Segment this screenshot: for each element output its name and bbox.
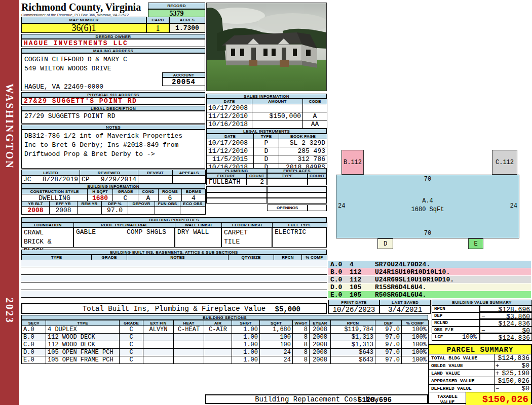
sketch-section-e: E xyxy=(468,238,483,249)
dep-col-header: DEP xyxy=(375,320,402,326)
built-ins-total-value: $5,000 xyxy=(275,305,300,313)
code-num: 4 xyxy=(350,261,375,268)
physical-address: 27&29 SUGGETT'S POINT RD xyxy=(21,97,205,105)
sketch-section-a: 70 24 24 A.4 1680 SqFt 70 xyxy=(336,175,519,238)
floor-line-2: TILE xyxy=(224,237,270,247)
air: C-AIR xyxy=(204,326,232,334)
sketch-code-row: C.0 112 U24R69SL10U10R10D10. xyxy=(328,276,531,284)
code-num: 105 xyxy=(350,291,375,299)
parcel-value: $150,026 xyxy=(498,377,529,385)
legal-description: 27/29 SUGGETTS POINT RD xyxy=(21,111,205,124)
building-value-summary-header: BUILDING VALUE SUMMARY xyxy=(432,300,532,305)
instr-book: 285 493 xyxy=(279,147,327,155)
floor-finish-value: CARPET TILE xyxy=(221,227,272,248)
reviewed-cell: CP9/29/2014 xyxy=(80,176,138,184)
sale-amount: $150,000 xyxy=(252,112,303,120)
building-info-header: BUILDING INFORMATION xyxy=(21,184,205,189)
whgt: 8 xyxy=(293,334,310,341)
sec: B.0 xyxy=(22,334,46,341)
listed-header: LISTED xyxy=(22,170,80,176)
comp-header: % COMP xyxy=(402,320,429,326)
fireplace-empty-row xyxy=(267,186,327,192)
sec: A.0 xyxy=(22,326,46,334)
funobs-value xyxy=(155,207,180,215)
sketch-codes: A.0 4 SR70U24L70D24. B.0 112 U24R1SU10R1… xyxy=(328,261,531,299)
whgt: 8 xyxy=(293,356,310,364)
ext xyxy=(143,334,174,341)
sketch-canvas: B.112 C.112 70 24 24 A.4 1680 SqFt 70 D … xyxy=(328,0,532,260)
comp: 100% xyxy=(402,356,429,364)
yrblt-header: YR BLT xyxy=(22,201,50,207)
print-date: 10/26/2023 xyxy=(328,305,379,314)
building-sections-header: BUILDING SECTIONS xyxy=(21,315,428,320)
type: 4 DUPLEX xyxy=(46,326,120,334)
instrument-row: 11/12/2010 D 285 493 xyxy=(207,147,327,155)
foundation-header: FOUNDATION xyxy=(22,223,74,228)
sale-code: AA xyxy=(303,120,327,129)
review-values-row: JC8/28/2019 CP9/29/2014 xyxy=(22,176,206,184)
sketch-code-row: B.0 112 U24R1SU10R10D10L10. xyxy=(328,268,531,276)
sale-date: 10/17/2008 xyxy=(207,104,252,112)
sale-date: 10/16/2018 xyxy=(207,120,252,129)
sec: E.0 xyxy=(22,356,46,364)
bi-comp-header: % COMP xyxy=(302,255,327,260)
sales-row: 11/12/2010 $150,000 A xyxy=(207,112,327,120)
comp: 100% xyxy=(402,341,429,349)
parcel-label: DEFERRED VALUE xyxy=(429,385,495,392)
parcel-value: $0 xyxy=(521,385,529,392)
depovr-value xyxy=(128,207,155,215)
whgt-header: WHGT xyxy=(293,320,310,326)
built-ins-total-row: Total Built Ins, Plumbing & Fireplace Va… xyxy=(21,303,327,314)
parcel-label: OBLDG VALUE xyxy=(429,362,495,369)
instr-type: D xyxy=(254,155,279,164)
ecoobs-header: ECO OBS xyxy=(180,201,206,207)
instr-date-header: DATE xyxy=(207,134,254,139)
heat-header: HEAT xyxy=(174,320,204,326)
sales-amount-header: AMOUNT xyxy=(252,99,303,104)
property-record-card: WASHINGTON 2023 Richmond County, Virgini… xyxy=(0,0,532,405)
code-vector: U24R1SU10R10D10L10. xyxy=(375,268,450,276)
heat xyxy=(174,356,204,364)
review-table: LISTED REVIEWED REVISIT APPEALS JC8/28/2… xyxy=(21,170,206,184)
sec: D.0 xyxy=(22,349,46,356)
sqft: 100 xyxy=(260,334,293,341)
bvs-label: DEP xyxy=(432,312,480,319)
floor-header: FLOOR FINISH xyxy=(222,223,273,228)
code-sec: C.0 xyxy=(328,276,350,284)
rooms-header: ROOMS xyxy=(159,189,182,194)
whgt: 8 xyxy=(293,341,310,349)
plumbing-empty-row xyxy=(206,186,267,192)
code-sec: E.0 xyxy=(328,291,350,299)
instr-date: 11/5/2015 xyxy=(207,155,254,164)
hsqft-header: H SQFT xyxy=(88,189,113,194)
sketch-code-row: D.0 105 R15SR6D4L6U4. xyxy=(328,284,531,291)
air xyxy=(204,334,232,341)
sale-amount xyxy=(252,120,303,129)
heat: C-HEAT xyxy=(174,326,204,334)
built-ins-row xyxy=(21,260,327,267)
plumbing-empty-row xyxy=(206,198,267,204)
sqft: 100 xyxy=(260,341,293,349)
rpcn: $643 xyxy=(331,356,375,364)
bvs-label: RCLND xyxy=(432,319,480,327)
code-vector: R50SR6D4L6U4. xyxy=(375,291,426,299)
revisit-header: REVISIT xyxy=(138,170,173,176)
parcel-row: OBLDG VALUE +$0 xyxy=(429,362,531,370)
fuel-header: FUEL TYPE xyxy=(273,223,327,228)
built-ins-header: BUILDING BUILT INS, BASEMENTS, ATTICS & … xyxy=(21,250,327,255)
openings-count-empty xyxy=(308,205,327,211)
sketch-dim-left: 24 xyxy=(338,202,345,210)
section-row: B.0112 WOOD DECKC1.0010082008$1,31397.01… xyxy=(22,334,429,341)
dep: 97.0 xyxy=(375,341,402,349)
sketch-a-sqft: 1680 SqFt xyxy=(411,206,444,213)
effyr-value: 2008 xyxy=(50,207,78,215)
fireplace-count-header: COUNT xyxy=(308,173,327,178)
comp: 100% xyxy=(402,326,429,334)
construction-style-header: CONSTRUCTION STYLE xyxy=(22,189,88,194)
sketch-dim-bottom: 70 xyxy=(424,230,431,237)
ext xyxy=(143,349,174,356)
sec-header: SEC# xyxy=(22,320,46,326)
roof-header: ROOF TYPE/MATERIAL xyxy=(74,223,175,228)
plumbing-empty-row xyxy=(206,192,267,198)
card-number: 1 xyxy=(146,23,169,33)
